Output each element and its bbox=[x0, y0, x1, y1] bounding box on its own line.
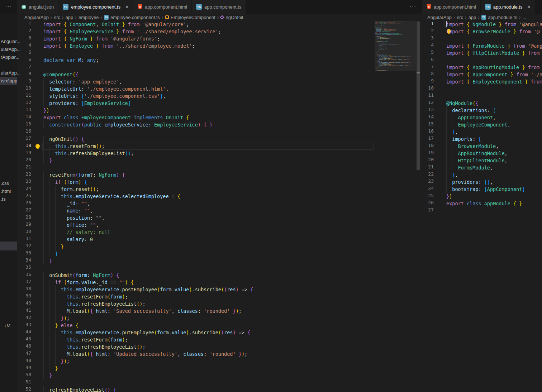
line-number[interactable]: 45 bbox=[25, 336, 31, 343]
code-line[interactable]: } else { bbox=[43, 322, 79, 329]
line-number[interactable]: 4 bbox=[431, 42, 434, 49]
line-number[interactable]: 38 bbox=[25, 286, 31, 293]
breadcrumb-item-AngularApp[interactable]: AngularApp bbox=[427, 15, 452, 20]
code-line[interactable]: this.refreshEmployeeList(); bbox=[43, 300, 146, 307]
line-number[interactable]: 4 bbox=[28, 42, 31, 49]
code-line[interactable]: _id: "", bbox=[43, 200, 90, 207]
line-number[interactable]: 30 bbox=[25, 229, 31, 236]
line-number[interactable]: 40 bbox=[25, 300, 31, 307]
line-number[interactable]: 27 bbox=[25, 207, 31, 214]
line-number[interactable]: 17 bbox=[25, 135, 31, 143]
breadcrumb-item-app.module.ts[interactable]: TSapp.module.ts bbox=[481, 15, 517, 20]
code-line[interactable]: styleUrls: ['./employee.component.css'], bbox=[43, 92, 166, 100]
code-line[interactable]: import { Employee } from '../shared/empl… bbox=[43, 42, 195, 49]
line-number[interactable]: 26 bbox=[428, 200, 434, 207]
line-number[interactable]: 9 bbox=[431, 78, 434, 85]
line-number[interactable]: 7 bbox=[28, 64, 31, 71]
line-number[interactable]: 50 bbox=[25, 372, 31, 379]
editor-group-sash[interactable] bbox=[422, 0, 422, 392]
code-line[interactable]: import { AppComponent } from './a bbox=[446, 71, 542, 78]
line-number[interactable]: 52 bbox=[25, 386, 31, 392]
code-line[interactable]: }) bbox=[446, 193, 452, 200]
code-line[interactable]: AppComponent, bbox=[446, 114, 496, 121]
tab-app.component.html[interactable]: 5app.component.html bbox=[133, 0, 192, 14]
line-number[interactable]: 14 bbox=[25, 114, 31, 121]
breadcrumb-item-employee[interactable]: employee bbox=[79, 15, 99, 20]
code-line[interactable]: providers: [], bbox=[446, 178, 493, 186]
line-number[interactable]: 20 bbox=[428, 157, 434, 164]
tab-angular.json[interactable]: angular.json bbox=[17, 0, 58, 14]
code-line[interactable]: EmployeeComponent, bbox=[446, 121, 510, 128]
code-line[interactable]: M.toast({ html: 'Saved successfully', cl… bbox=[43, 307, 242, 315]
sidebar-row-highlight[interactable] bbox=[0, 242, 17, 250]
line-number[interactable]: 15 bbox=[428, 121, 434, 128]
line-number[interactable]: 18 bbox=[428, 143, 434, 150]
breadcrumb-item-ngOnInit[interactable]: ngOnInit bbox=[220, 15, 243, 20]
line-number[interactable]: 24 bbox=[25, 186, 31, 193]
code-line[interactable]: imports: [ bbox=[446, 135, 481, 143]
code-line[interactable]: BrowserModule, bbox=[446, 143, 499, 150]
line-number[interactable]: 17 bbox=[428, 135, 434, 143]
code-line[interactable]: if (form) { bbox=[43, 178, 87, 186]
sidebar-item-fragment[interactable]: .ts bbox=[1, 196, 6, 202]
code-line[interactable]: } bbox=[43, 365, 58, 372]
line-number[interactable]: 29 bbox=[25, 221, 31, 229]
code-line[interactable]: this.resetForm(); bbox=[43, 143, 105, 150]
line-number[interactable]: 19 bbox=[25, 150, 31, 157]
code-line[interactable]: M.toast({ html: 'Updated successfully', … bbox=[43, 350, 247, 358]
sidebar-item-fragment[interactable]: rApp\sr... bbox=[1, 54, 19, 61]
code-line[interactable]: @Component({ bbox=[43, 71, 79, 78]
tab-app.component.html[interactable]: 5app.component.html bbox=[422, 0, 481, 14]
line-number[interactable]: 2 bbox=[431, 28, 434, 35]
code-line[interactable]: ], bbox=[446, 171, 458, 178]
code-line[interactable]: bootstrap: [AppComponent] bbox=[446, 186, 525, 193]
code-line[interactable]: import { Component, OnInit } from '@angu… bbox=[43, 21, 189, 28]
line-number[interactable]: 36 bbox=[25, 272, 31, 279]
sidebar-item-fragment[interactable]: .css bbox=[1, 180, 9, 187]
code-line[interactable]: import { AppRoutingModule } from bbox=[446, 64, 539, 71]
code-line[interactable]: } bbox=[43, 257, 52, 264]
code-line[interactable]: this.refreshEmployeeList(); bbox=[43, 150, 134, 157]
line-number[interactable]: 6 bbox=[28, 57, 31, 64]
breadcrumb-item-EmployeeComponent[interactable]: EmployeeComponent bbox=[165, 15, 215, 20]
line-number[interactable]: 6 bbox=[431, 57, 434, 64]
code-line[interactable]: import { BrowserModule } from '@ bbox=[446, 28, 539, 35]
line-number[interactable]: 10 bbox=[428, 85, 434, 92]
line-number[interactable]: 1 bbox=[431, 21, 434, 28]
line-number[interactable]: 28 bbox=[25, 214, 31, 221]
close-icon[interactable]: ✕ bbox=[125, 5, 129, 9]
code-line[interactable]: } bbox=[43, 372, 52, 379]
line-number[interactable]: 11 bbox=[428, 92, 434, 100]
line-number[interactable]: 20 bbox=[25, 157, 31, 164]
line-number[interactable]: 42 bbox=[25, 315, 31, 322]
code-line[interactable]: import { EmployeeService } from '../shar… bbox=[43, 28, 221, 35]
sidebar-strip[interactable]: Angular...ularApp...rApp\sr...ularApp...… bbox=[0, 14, 17, 392]
line-numbers-gutter[interactable]: 1234567891011121314151617181920212223242… bbox=[17, 21, 34, 392]
line-number[interactable]: 23 bbox=[428, 178, 434, 186]
code-line[interactable]: constructor(public employeeService: Empl… bbox=[43, 121, 213, 128]
code-line[interactable]: name: "", bbox=[43, 207, 93, 214]
code-line[interactable]: }); bbox=[43, 315, 70, 322]
line-number[interactable]: 7 bbox=[431, 64, 434, 71]
breadcrumb-item-src[interactable]: src bbox=[54, 15, 60, 20]
line-number[interactable]: 13 bbox=[428, 107, 434, 114]
breadcrumb-item-app[interactable]: app bbox=[66, 15, 73, 20]
code-line[interactable]: this.employeeService.selectedEmployee = … bbox=[43, 193, 180, 200]
code-line[interactable]: AppRoutingModule, bbox=[446, 150, 508, 157]
line-number[interactable]: 16 bbox=[25, 128, 31, 135]
line-number[interactable]: 10 bbox=[25, 85, 31, 92]
line-number[interactable]: 35 bbox=[25, 264, 31, 272]
line-number[interactable]: 5 bbox=[28, 49, 31, 57]
code-line[interactable]: } bbox=[43, 243, 64, 250]
code-line[interactable]: onSubmit(form: NgForm) { bbox=[43, 272, 119, 279]
breadcrumb-item-app[interactable]: app bbox=[469, 15, 476, 20]
code-line[interactable]: this.refreshEmployeeList(); bbox=[43, 343, 146, 350]
code-line[interactable]: this.employeeService.putEmployee(form.va… bbox=[43, 329, 250, 336]
tab-overflow-button[interactable]: ··· bbox=[0, 0, 17, 14]
lightbulb-icon[interactable] bbox=[35, 144, 40, 148]
code-line[interactable]: @NgModule({ bbox=[446, 100, 478, 107]
line-number[interactable]: 19 bbox=[428, 150, 434, 157]
line-number[interactable]: 3 bbox=[28, 35, 31, 42]
code-line[interactable]: ngOnInit() { bbox=[43, 135, 84, 143]
line-number[interactable]: 43 bbox=[25, 322, 31, 329]
